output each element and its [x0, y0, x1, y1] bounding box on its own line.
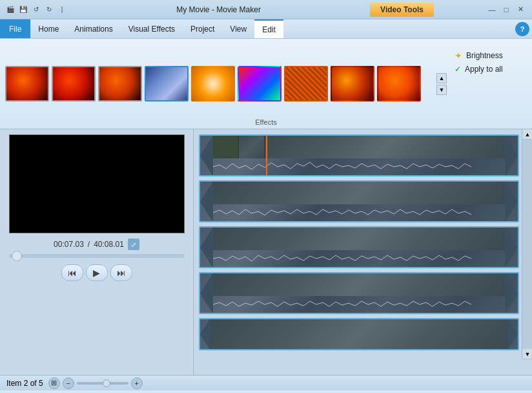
- menu-item-project[interactable]: Project: [183, 19, 222, 38]
- menu-bar: File Home Animations Visual Effects Proj…: [0, 19, 532, 39]
- undo-icon[interactable]: ↺: [31, 5, 41, 15]
- menu-item-home[interactable]: Home: [30, 19, 66, 38]
- preview-panel: 00:07.03 / 40:08.01 ⤢ ⏮ ▶ ⏭: [0, 129, 194, 375]
- scroll-up-button[interactable]: ▲: [522, 129, 532, 140]
- zoom-thumb[interactable]: [103, 379, 110, 387]
- apply-to-row: ✓ Apply to all: [455, 65, 522, 74]
- scroll-down-button[interactable]: ▼: [522, 349, 532, 359]
- title-bar-icons: 🎬 💾 ↺ ↻ |: [5, 5, 67, 15]
- menu-item-animations[interactable]: Animations: [66, 19, 120, 38]
- effects-section-label: Effects: [255, 118, 276, 126]
- effect-thumb-8[interactable]: [331, 66, 374, 101]
- timeline-panel: ▲ ▼: [194, 129, 532, 375]
- current-time: 00:07.03: [54, 240, 84, 249]
- effect-thumb-1[interactable]: [5, 66, 49, 101]
- effect-thumb-2[interactable]: [52, 66, 96, 101]
- timeline-track-2[interactable]: [199, 180, 519, 222]
- zoom-fit-button[interactable]: ⊞: [48, 377, 60, 389]
- minimize-button[interactable]: —: [486, 4, 498, 16]
- check-icon: ✓: [455, 65, 461, 74]
- menu-item-edit[interactable]: Edit: [254, 19, 283, 38]
- seek-bar[interactable]: [9, 254, 185, 258]
- brightness-panel: ✦ Brightness ✓ Apply to all: [449, 45, 527, 79]
- zoom-in-button[interactable]: +: [131, 377, 143, 389]
- effects-scroll-up[interactable]: ▲: [436, 73, 447, 83]
- apply-to-label[interactable]: Apply to all: [465, 65, 503, 74]
- playhead: [266, 134, 267, 176]
- timeline-scrollbar[interactable]: ▲ ▼: [522, 129, 532, 359]
- preview-screen: [9, 134, 185, 233]
- forward-button[interactable]: ⏭: [110, 264, 132, 281]
- title-bar: 🎬 💾 ↺ ↻ | My Movie - Movie Maker Video T…: [0, 0, 532, 19]
- menu-spacer: [283, 19, 513, 38]
- effect-thumb-5[interactable]: [191, 66, 235, 101]
- maximize-button[interactable]: □: [500, 4, 513, 16]
- timeline-track-3[interactable]: [199, 226, 519, 268]
- effect-thumb-3[interactable]: [98, 66, 142, 101]
- seek-thumb[interactable]: [12, 251, 22, 261]
- playback-controls: ⏮ ▶ ⏭: [61, 264, 132, 281]
- rewind-button[interactable]: ⏮: [61, 264, 83, 281]
- play-button[interactable]: ▶: [86, 264, 108, 281]
- zoom-controls: ⊞ − +: [48, 377, 143, 389]
- separator: |: [57, 5, 67, 15]
- time-display: 00:07.03 / 40:08.01 ⤢: [54, 239, 139, 250]
- effects-scroll-arrows: ▲ ▼: [436, 73, 447, 95]
- time-separator: /: [88, 240, 90, 249]
- zoom-slider[interactable]: [77, 382, 128, 385]
- timeline-track-1[interactable]: [199, 134, 519, 176]
- close-button[interactable]: ✕: [514, 4, 527, 16]
- ribbon: ▲ ▼ ✦ Brightness ✓ Apply to all Effects: [0, 39, 532, 129]
- window-controls: — □ ✕: [486, 4, 527, 16]
- effects-scroll-down[interactable]: ▼: [436, 85, 447, 95]
- app-title: My Movie - Movie Maker: [67, 5, 370, 14]
- menu-item-view[interactable]: View: [222, 19, 254, 38]
- menu-item-visual-effects[interactable]: Visual Effects: [121, 19, 183, 38]
- effect-thumb-9[interactable]: [377, 66, 421, 101]
- effect-thumb-6[interactable]: [238, 66, 281, 101]
- timeline-track-4[interactable]: [199, 272, 519, 314]
- effect-thumb-4[interactable]: [145, 66, 189, 101]
- effects-strip: [5, 66, 434, 101]
- app-icon: 🎬: [5, 5, 15, 15]
- video-tools-tab[interactable]: Video Tools: [370, 3, 434, 17]
- file-menu-button[interactable]: File: [0, 19, 30, 38]
- effect-thumb-7[interactable]: [284, 66, 328, 101]
- timeline-track-5[interactable]: [199, 318, 519, 350]
- brightness-label: Brightness: [466, 51, 503, 60]
- status-text: Item 2 of 5: [6, 379, 43, 388]
- help-button[interactable]: ?: [515, 22, 529, 36]
- redo-icon[interactable]: ↻: [44, 5, 54, 15]
- sun-icon: ✦: [455, 50, 462, 61]
- main-area: 00:07.03 / 40:08.01 ⤢ ⏮ ▶ ⏭ ▲ ▼: [0, 129, 532, 375]
- brightness-row: ✦ Brightness: [455, 50, 522, 61]
- total-time: 40:08.01: [94, 240, 124, 249]
- save-icon[interactable]: 💾: [18, 5, 28, 15]
- status-bar: Item 2 of 5 ⊞ − +: [0, 375, 532, 390]
- expand-icon[interactable]: ⤢: [128, 239, 139, 250]
- zoom-out-button[interactable]: −: [63, 377, 74, 389]
- scroll-track[interactable]: [522, 140, 532, 349]
